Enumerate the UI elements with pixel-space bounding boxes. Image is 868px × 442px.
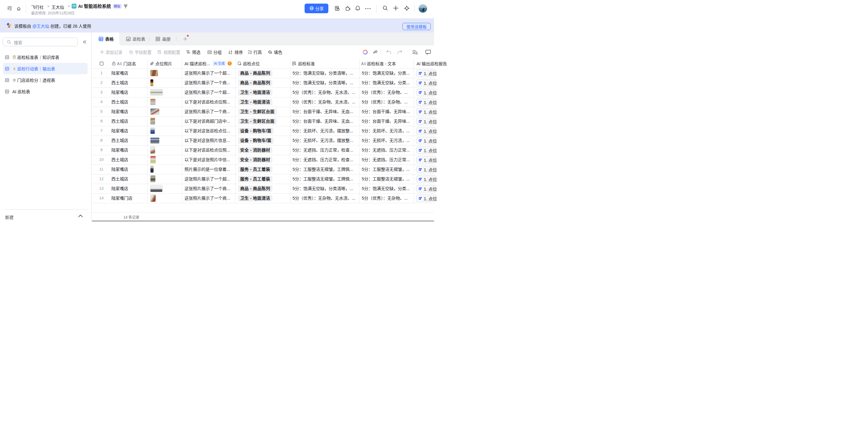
svg-text:Z: Z bbox=[231, 52, 232, 54]
